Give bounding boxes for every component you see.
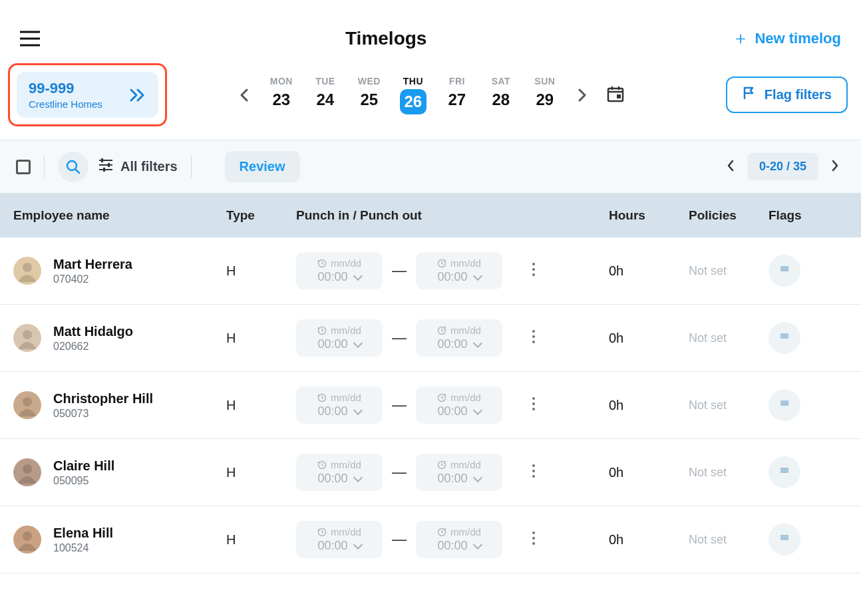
punch-separator: — [392, 262, 407, 279]
calendar-day[interactable]: MON23 [261, 76, 301, 114]
svg-point-7 [23, 263, 32, 272]
punch-time-input[interactable]: mm/dd00:00 [416, 521, 502, 558]
flag-button[interactable] [769, 255, 800, 287]
project-code: 99-999 [29, 80, 102, 97]
day-label: THU [403, 76, 423, 86]
punch-time-input[interactable]: mm/dd00:00 [296, 319, 383, 357]
col-policies: Policies [689, 208, 769, 223]
punch-time-placeholder: 00:00 [437, 539, 467, 553]
search-button[interactable] [58, 152, 88, 182]
row-more-button[interactable] [532, 396, 536, 414]
col-hours: Hours [609, 208, 689, 223]
svg-rect-4 [108, 163, 110, 167]
chevron-down-icon [352, 472, 361, 486]
flag-icon [778, 264, 791, 277]
calendar-day[interactable]: TUE24 [305, 76, 345, 114]
punch-time-placeholder: 00:00 [437, 337, 467, 351]
flag-button[interactable] [769, 524, 800, 555]
table-row: Mart Herrera070402Hmm/dd00:00—mm/dd00:00… [0, 237, 861, 305]
row-more-button[interactable] [532, 464, 536, 481]
project-chip[interactable]: 99-999 Crestline Homes [17, 72, 158, 118]
punch-time-input[interactable]: mm/dd00:00 [416, 319, 502, 357]
chevron-down-icon [472, 472, 481, 486]
svg-point-32 [532, 470, 535, 472]
hours-cell: 0h [609, 331, 689, 346]
review-button[interactable]: Review [225, 151, 300, 182]
calendar-next-button[interactable] [572, 84, 593, 106]
punch-time-placeholder: 00:00 [317, 337, 347, 351]
policies-cell: Not set [689, 398, 769, 412]
punch-separator: — [392, 464, 407, 481]
row-more-button[interactable] [532, 531, 536, 548]
avatar [13, 391, 41, 419]
clock-icon [317, 460, 327, 470]
punch-time-input[interactable]: mm/dd00:00 [416, 386, 502, 424]
flag-icon [742, 86, 757, 104]
policies-cell: Not set [689, 466, 769, 480]
clock-icon [437, 460, 446, 470]
avatar [13, 526, 41, 553]
pager-range[interactable]: 0-20 / 35 [747, 153, 818, 180]
hours-cell: 0h [609, 532, 689, 547]
menu-icon[interactable] [20, 31, 40, 47]
calendar-day[interactable]: THU26 [393, 76, 433, 114]
svg-point-11 [532, 268, 535, 271]
flag-filters-button[interactable]: Flag filters [726, 77, 848, 113]
svg-point-18 [532, 335, 535, 338]
week-calendar: MON23TUE24WED25THU26FRI27SAT28SUN29 [234, 76, 625, 114]
employee-name: Matt Hidalgo [53, 324, 133, 339]
punch-date-placeholder: mm/dd [331, 459, 361, 470]
clock-icon [317, 393, 327, 402]
all-filters-button[interactable]: All filters [98, 158, 178, 176]
flag-filters-label: Flag filters [765, 87, 832, 102]
avatar [13, 458, 41, 486]
employee-name: Mart Herrera [53, 257, 132, 272]
search-icon [66, 160, 81, 174]
flag-button[interactable] [769, 389, 800, 421]
svg-point-40 [532, 542, 535, 545]
col-employee-name: Employee name [13, 208, 226, 223]
punch-time-input[interactable]: mm/dd00:00 [296, 454, 383, 491]
punch-time-input[interactable]: mm/dd00:00 [296, 521, 383, 558]
punch-date-placeholder: mm/dd [331, 526, 361, 538]
punch-time-input[interactable]: mm/dd00:00 [296, 386, 383, 424]
pager-prev-button[interactable] [721, 160, 741, 174]
avatar [13, 324, 41, 352]
svg-point-33 [532, 475, 535, 478]
pager-next-button[interactable] [825, 160, 845, 174]
calendar-day[interactable]: SUN29 [525, 76, 565, 114]
punch-date-placeholder: mm/dd [331, 392, 361, 403]
day-label: SAT [492, 76, 510, 86]
chevron-down-icon [352, 539, 361, 553]
clock-icon [437, 528, 446, 537]
punch-time-input[interactable]: mm/dd00:00 [296, 252, 383, 289]
new-timelog-button[interactable]: ＋ New timelog [732, 27, 841, 50]
flag-icon [778, 533, 791, 546]
punch-time-placeholder: 00:00 [437, 404, 467, 418]
calendar-day[interactable]: WED25 [349, 76, 389, 114]
svg-point-10 [532, 263, 535, 265]
pager: 0-20 / 35 [721, 153, 845, 180]
calendar-day[interactable]: FRI27 [437, 76, 477, 114]
select-all-checkbox[interactable] [16, 160, 31, 174]
calendar-prev-button[interactable] [234, 84, 255, 106]
employee-id: 100524 [53, 542, 113, 554]
punch-time-placeholder: 00:00 [317, 472, 347, 486]
table-header: Employee name Type Punch in / Punch out … [0, 194, 861, 237]
calendar-icon[interactable] [606, 84, 625, 106]
chevron-down-icon [352, 270, 361, 284]
flag-button[interactable] [769, 322, 800, 354]
flag-button[interactable] [769, 456, 800, 488]
row-more-button[interactable] [532, 262, 536, 279]
punch-date-placeholder: mm/dd [450, 526, 481, 538]
clock-icon [317, 326, 327, 335]
chevron-down-icon [472, 270, 481, 284]
punch-time-input[interactable]: mm/dd00:00 [416, 252, 502, 289]
calendar-day[interactable]: SAT28 [481, 76, 521, 114]
punch-time-input[interactable]: mm/dd00:00 [416, 454, 502, 491]
row-more-button[interactable] [532, 329, 536, 347]
chevron-down-icon [472, 539, 481, 553]
divider [191, 156, 192, 178]
day-number: 25 [361, 90, 379, 109]
clock-icon [437, 326, 446, 335]
